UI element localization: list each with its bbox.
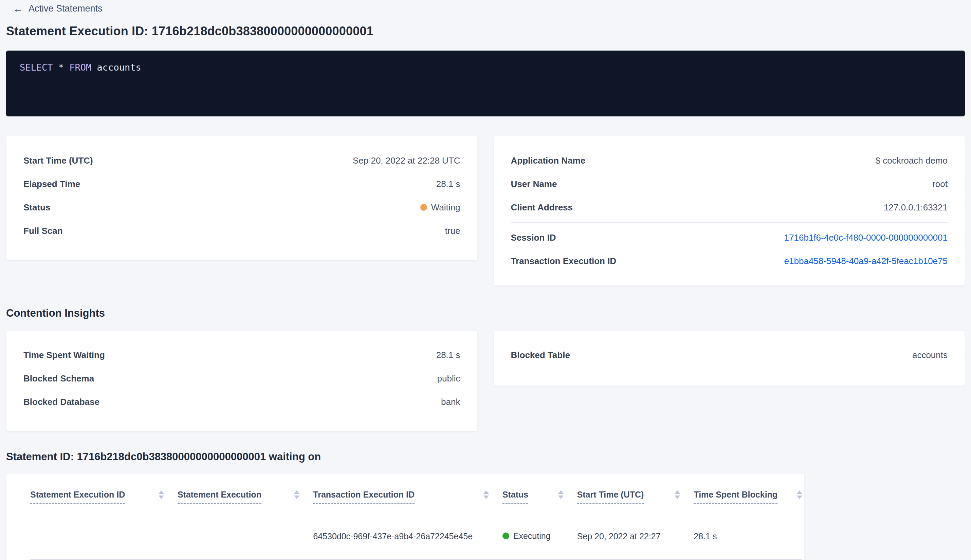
- cell-start-time: Sep 20, 2022 at 22:27: [577, 532, 694, 541]
- sql-text: *: [53, 62, 70, 73]
- kv-label: Application Name: [511, 154, 586, 167]
- kv-row-time-spent-waiting: Time Spent Waiting 28.1 s: [23, 348, 460, 362]
- kv-label: Session ID: [511, 231, 556, 244]
- sql-keyword: SELECT: [20, 62, 53, 73]
- column-header-statement-execution[interactable]: Statement Execution: [178, 489, 314, 504]
- kv-value: 28.1 s: [436, 177, 460, 191]
- sql-text: accounts: [91, 62, 141, 73]
- waiting-status-dot-icon: [420, 204, 427, 211]
- sort-arrows-icon: [158, 490, 164, 499]
- kv-row-blocked-database: Blocked Database bank: [23, 395, 460, 408]
- blocked-table-card: Blocked Table accounts: [494, 330, 965, 386]
- cell-transaction-execution-id: 64530d0c-969f-437e-a9b4-26a72245e45e: [313, 532, 502, 541]
- column-header-statement-execution-id[interactable]: Statement Execution ID: [30, 489, 178, 504]
- cell-time-spent-blocking: 28.1 s: [694, 532, 802, 541]
- kv-row-blocked-schema: Blocked Schema public: [23, 372, 460, 385]
- sort-arrows-icon: [558, 490, 564, 499]
- kv-value: 28.1 s: [436, 348, 460, 362]
- column-header-time-spent-blocking[interactable]: Time Spent Blocking: [694, 489, 802, 504]
- kv-row-full-scan: Full Scan true: [23, 224, 460, 238]
- kv-row-blocked-table: Blocked Table accounts: [511, 348, 948, 362]
- session-id-link[interactable]: 1716b1f6-4e0c-f480-0000-000000000001: [784, 231, 948, 244]
- session-details-card: Application Name $ cockroach demo User N…: [494, 136, 965, 286]
- status-badge: Waiting: [420, 201, 460, 214]
- executing-status-dot-icon: [502, 533, 509, 539]
- kv-value: $ cockroach demo: [876, 154, 948, 167]
- cell-status: Executing: [502, 531, 577, 542]
- sort-arrows-icon: [294, 490, 299, 499]
- column-header-label: Transaction Execution ID: [313, 489, 415, 504]
- transaction-execution-id-link[interactable]: e1bba458-5948-40a9-a42f-5feac1b10e75: [784, 254, 948, 268]
- table-row: 64530d0c-969f-437e-a9b4-26a72245e45e Exe…: [30, 513, 802, 560]
- kv-value: public: [437, 372, 460, 385]
- back-arrow-icon: ←: [13, 4, 23, 14]
- waiting-on-heading: Statement ID: 1716b218dc0b38380000000000…: [6, 451, 965, 463]
- sql-keyword: FROM: [69, 62, 91, 73]
- sort-arrows-icon: [675, 490, 680, 499]
- sort-arrows-icon: [797, 490, 802, 499]
- kv-label: Status: [23, 201, 50, 214]
- status-text: Executing: [513, 531, 551, 541]
- statement-execution-details-page: ← Active Statements Statement Execution …: [0, 0, 971, 560]
- kv-label: Time Spent Waiting: [23, 348, 105, 362]
- sql-statement-box: SELECT * FROM accounts: [6, 50, 965, 117]
- kv-label: Start Time (UTC): [23, 154, 93, 167]
- status-text: Waiting: [431, 201, 460, 214]
- card-divider: [511, 222, 948, 223]
- sort-arrows-icon: [484, 490, 489, 499]
- waiting-statements-table: Statement Execution ID Statement Executi…: [6, 474, 805, 560]
- column-header-status[interactable]: Status: [502, 489, 577, 504]
- kv-value: root: [932, 177, 948, 191]
- breadcrumb-back-link[interactable]: ← Active Statements: [13, 3, 103, 14]
- kv-label: User Name: [511, 177, 557, 191]
- contention-insights-heading: Contention Insights: [6, 307, 965, 319]
- kv-row-transaction-execution-id: Transaction Execution ID e1bba458-5948-4…: [511, 254, 948, 268]
- kv-row-start-time: Start Time (UTC) Sep 20, 2022 at 22:28 U…: [23, 154, 460, 167]
- kv-value: bank: [441, 395, 460, 408]
- kv-row-elapsed-time: Elapsed Time 28.1 s: [23, 177, 460, 191]
- page-title: Statement Execution ID: 1716b218dc0b3838…: [6, 24, 965, 38]
- kv-label: Full Scan: [23, 224, 63, 238]
- kv-row-application-name: Application Name $ cockroach demo: [511, 154, 948, 167]
- column-header-label: Time Spent Blocking: [694, 489, 777, 504]
- table-header-row: Statement Execution ID Statement Executi…: [30, 474, 802, 513]
- column-header-label: Statement Execution ID: [30, 489, 125, 504]
- kv-value: true: [445, 224, 460, 238]
- column-header-transaction-execution-id[interactable]: Transaction Execution ID: [313, 489, 502, 504]
- kv-row-user-name: User Name root: [511, 177, 948, 191]
- kv-value: accounts: [912, 348, 948, 362]
- kv-label: Transaction Execution ID: [511, 254, 617, 268]
- column-header-label: Status: [502, 489, 528, 504]
- breadcrumb-label: Active Statements: [28, 3, 103, 14]
- sql-statement: SELECT * FROM accounts: [20, 62, 951, 73]
- column-header-start-time[interactable]: Start Time (UTC): [577, 489, 694, 504]
- column-header-label: Statement Execution: [178, 489, 262, 504]
- kv-label: Blocked Table: [511, 348, 570, 362]
- kv-label: Elapsed Time: [23, 177, 80, 191]
- kv-value: Sep 20, 2022 at 22:28 UTC: [353, 154, 460, 167]
- kv-row-status: Status Waiting: [23, 201, 460, 214]
- column-header-label: Start Time (UTC): [577, 489, 644, 504]
- contention-details-card: Time Spent Waiting 28.1 s Blocked Schema…: [6, 330, 478, 432]
- kv-row-client-address: Client Address 127.0.0.1:63321: [511, 201, 948, 214]
- kv-value: 127.0.0.1:63321: [884, 201, 948, 214]
- kv-label: Blocked Database: [23, 395, 100, 408]
- kv-label: Client Address: [511, 201, 573, 214]
- statement-overview-card: Start Time (UTC) Sep 20, 2022 at 22:28 U…: [6, 136, 478, 260]
- kv-label: Blocked Schema: [23, 372, 94, 385]
- kv-row-session-id: Session ID 1716b1f6-4e0c-f480-0000-00000…: [511, 231, 948, 244]
